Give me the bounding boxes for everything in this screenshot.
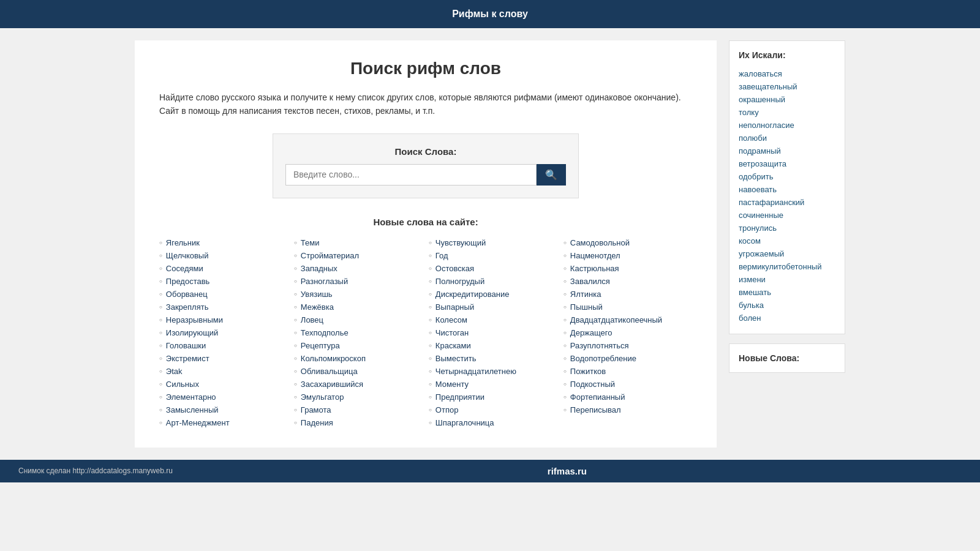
word-link[interactable]: Элементарно [166,392,216,402]
word-link[interactable]: Обливальщица [301,367,358,376]
sidebar-searched-word-link[interactable]: толку [739,106,835,119]
search-input[interactable] [285,164,537,186]
word-link[interactable]: Изолирующий [166,328,219,337]
list-item: Колесом [429,313,557,326]
word-link[interactable]: Закреплять [166,302,209,312]
word-link[interactable]: Подкостный [570,380,615,389]
list-item: Грамота [294,403,423,416]
word-link[interactable]: Соседями [166,264,203,273]
word-link[interactable]: Щелчковый [166,251,209,260]
word-link[interactable]: Чувствующий [435,238,486,247]
word-link[interactable]: Техподполье [301,328,349,337]
sidebar-searched-word-link[interactable]: пастафарианский [739,196,835,209]
sidebar-searched-word-link[interactable]: косом [739,234,835,247]
sidebar-searched-word-link[interactable]: окрашенный [739,93,835,106]
word-link[interactable]: Экстремист [166,354,209,363]
word-link[interactable]: Год [435,251,448,260]
word-link[interactable]: Завалился [570,277,610,286]
word-link[interactable]: Головашки [166,341,206,350]
word-link[interactable]: Моменту [435,380,469,389]
sidebar-searched-word-link[interactable]: ветрозащита [739,157,835,170]
word-link[interactable]: Межёвка [301,302,334,312]
sidebar-searched-word-link[interactable]: неполногласие [739,119,835,132]
sidebar-searched-word-link[interactable]: навоевать [739,183,835,196]
word-link[interactable]: Кольпомикроскоп [301,354,366,363]
footer: Снимок сделан http://addcatalogs.manyweb… [0,460,980,482]
word-link[interactable]: Нацменотдел [570,251,620,260]
word-link[interactable]: Выпарный [435,302,474,312]
sidebar-searched-word-link[interactable]: вермикулитобетонный [739,260,835,273]
sidebar-searched-word-link[interactable]: одобрить [739,170,835,183]
list-item: Завалился [564,275,692,288]
word-link[interactable]: Разноглазый [301,277,348,286]
word-link[interactable]: Шпаргалочница [435,418,494,427]
sidebar-searched-word-link[interactable]: полюби [739,132,835,144]
word-link[interactable]: Грамота [301,405,331,414]
search-box-title: Поиск Слова: [285,146,566,157]
word-link[interactable]: Красками [435,341,471,350]
list-item: Западных [294,262,423,275]
word-link[interactable]: Выместить [435,354,477,363]
list-item: Остовская [429,262,557,275]
word-link[interactable]: Арт-Менеджмент [166,418,230,427]
word-link[interactable]: Остовская [435,264,474,273]
word-link[interactable]: Переписывал [570,405,621,414]
word-link[interactable]: Пышный [570,302,603,312]
list-item: Четырнадцатилетнею [429,365,557,378]
sidebar-searched-word-link[interactable]: тронулись [739,222,835,234]
word-link[interactable]: Ялтинка [570,290,601,299]
word-link[interactable]: Чистоган [435,328,469,337]
list-item: Подкостный [564,378,692,391]
word-link[interactable]: Держащего [570,328,612,337]
sidebar-new-words-section: Новые Слова: [729,343,845,373]
sidebar-searched-word-link[interactable]: угрожаемый [739,247,835,260]
search-form: 🔍 [285,164,566,186]
sidebar-searched-word-link[interactable]: подрамный [739,144,835,157]
word-link[interactable]: Отпор [435,405,459,414]
word-link[interactable]: Полногрудый [435,277,484,286]
word-link[interactable]: Западных [301,264,337,273]
word-link[interactable]: Оборванец [166,290,208,299]
word-link[interactable]: Падения [301,418,333,427]
word-link[interactable]: Эtak [166,367,183,376]
word-link[interactable]: Рецептура [301,341,340,350]
footer-center: rifmas.ru [548,466,587,476]
sidebar: Их Искали: жаловатьсязавещательныйокраше… [729,40,845,448]
word-link[interactable]: Ловец [301,315,323,324]
word-link[interactable]: Засахарившийся [301,380,363,389]
word-link[interactable]: Эмульгатор [301,392,344,402]
word-link[interactable]: Предприятии [435,392,484,402]
word-link[interactable]: Кастрюльная [570,264,619,273]
sidebar-searched-word-link[interactable]: булька [739,299,835,312]
word-link[interactable]: Водопотребление [570,354,636,363]
sidebar-searched-word-link[interactable]: завещательный [739,80,835,93]
list-item: Сильных [159,378,288,391]
word-link[interactable]: Фортепианный [570,392,625,402]
list-item: Засахарившийся [294,378,423,391]
list-item: Рецептура [294,339,423,352]
word-link[interactable]: Теми [301,238,320,247]
word-link[interactable]: Неразрывными [166,315,223,324]
list-item: Ялтинка [564,288,692,301]
search-button[interactable]: 🔍 [537,164,566,186]
sidebar-searched-word-link[interactable]: болен [739,312,835,324]
word-link[interactable]: Предоставь [166,277,210,286]
word-link[interactable]: Ягельник [166,238,200,247]
word-link[interactable]: Пожитков [570,367,606,376]
word-link[interactable]: Колесом [435,315,467,324]
sidebar-searched-word-link[interactable]: измени [739,273,835,286]
word-link[interactable]: Замысленный [166,405,219,414]
sidebar-searched-word-link[interactable]: вмешать [739,286,835,299]
word-link[interactable]: Стройматериал [301,251,359,260]
word-link[interactable]: Дискредитирование [435,290,510,299]
sidebar-searched-word-link[interactable]: жаловаться [739,67,835,80]
list-item: Экстремист [159,352,288,365]
word-link[interactable]: Увязишь [301,290,333,299]
word-link[interactable]: Разуплотняться [570,341,629,350]
word-link[interactable]: Четырнадцатилетнею [435,367,516,376]
sidebar-searched-word-link[interactable]: сочиненные [739,209,835,222]
word-link[interactable]: Самодовольной [570,238,630,247]
word-link[interactable]: Двадцатдцатикопеечный [570,315,662,324]
word-link[interactable]: Сильных [166,380,199,389]
list-item: Кастрюльная [564,262,692,275]
